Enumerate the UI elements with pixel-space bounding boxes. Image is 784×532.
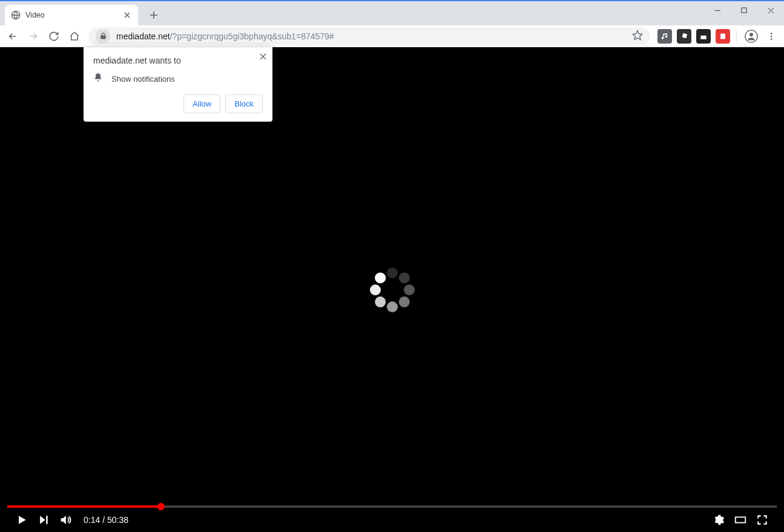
reload-button[interactable] xyxy=(45,27,63,45)
extension-music-icon[interactable] xyxy=(657,29,672,44)
profile-button[interactable] xyxy=(743,28,760,45)
site-info-button[interactable] xyxy=(96,29,110,44)
volume-button[interactable] xyxy=(54,509,76,531)
forward-button[interactable] xyxy=(24,27,42,45)
extension-pdf-icon[interactable] xyxy=(716,29,730,44)
svg-rect-9 xyxy=(736,517,746,522)
svg-rect-3 xyxy=(720,33,725,39)
tab-strip: Video xyxy=(0,1,784,25)
window-close-button[interactable] xyxy=(757,1,784,19)
loading-spinner xyxy=(369,266,416,314)
permission-item-text: Show notifications xyxy=(111,74,175,84)
close-tab-icon[interactable] xyxy=(122,10,132,20)
current-time: 0:14 xyxy=(84,515,100,525)
svg-rect-1 xyxy=(742,8,746,13)
svg-point-7 xyxy=(771,35,772,37)
settings-icon[interactable] xyxy=(708,509,730,531)
block-button[interactable]: Block xyxy=(225,94,263,113)
bell-icon xyxy=(93,73,103,85)
browser-toolbar: mediadate.net/?p=gizgcnrqgu5gi3bphayq&su… xyxy=(0,25,784,47)
back-button[interactable] xyxy=(4,27,22,45)
minimize-button[interactable] xyxy=(704,1,731,19)
svg-point-6 xyxy=(771,33,772,34)
allow-button[interactable]: Allow xyxy=(183,94,220,113)
new-tab-button[interactable] xyxy=(145,7,162,24)
video-time-display: 0:14 / 50:38 xyxy=(84,515,128,525)
url-text: mediadate.net/?p=gizgcnrqgu5gi3bphayq&su… xyxy=(116,31,626,41)
toolbar-divider xyxy=(736,30,737,42)
next-button[interactable] xyxy=(33,509,54,531)
close-icon[interactable] xyxy=(260,52,266,62)
svg-rect-2 xyxy=(682,33,688,38)
fullscreen-icon[interactable] xyxy=(751,509,773,531)
svg-point-5 xyxy=(749,33,753,36)
svg-point-8 xyxy=(771,38,772,40)
extension-roblox-icon[interactable] xyxy=(677,29,691,44)
menu-button[interactable] xyxy=(762,27,780,45)
maximize-button[interactable] xyxy=(731,1,757,19)
play-button[interactable] xyxy=(11,509,33,531)
tab-title: Video xyxy=(25,11,117,19)
page-content: mediadate.net wants to Show notification… xyxy=(0,47,784,532)
video-controls: 0:14 / 50:38 xyxy=(0,508,784,532)
permission-title: mediadate.net wants to xyxy=(93,56,263,65)
notification-permission-popup: mediadate.net wants to Show notification… xyxy=(84,47,272,122)
browser-tab[interactable]: Video xyxy=(5,5,138,25)
extension-radio-icon[interactable] xyxy=(696,29,711,44)
address-bar[interactable]: mediadate.net/?p=gizgcnrqgu5gi3bphayq&su… xyxy=(88,27,650,45)
globe-icon xyxy=(11,10,21,20)
bookmark-star-icon[interactable] xyxy=(632,30,643,43)
home-button[interactable] xyxy=(65,27,84,45)
total-time: 50:38 xyxy=(107,515,128,525)
theater-mode-icon[interactable] xyxy=(730,509,751,531)
